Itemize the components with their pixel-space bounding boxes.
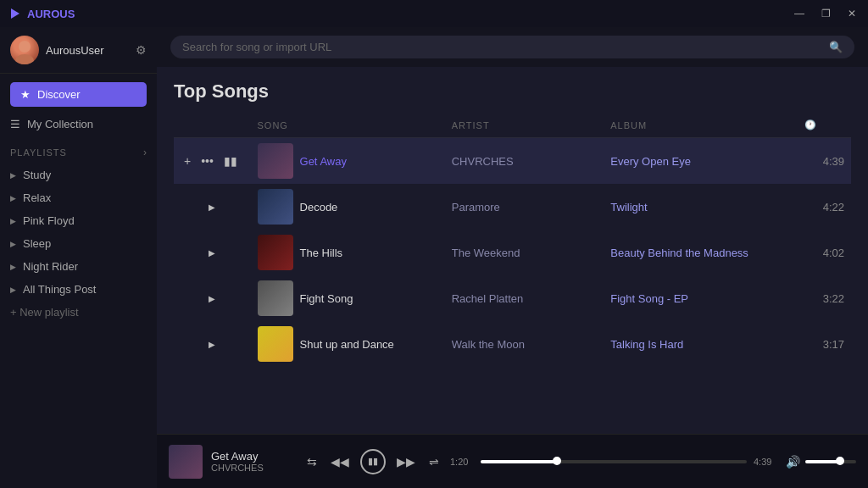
minimize-button[interactable]: — — [791, 6, 808, 21]
app-title: AUROUS — [27, 8, 75, 20]
song-name: Fight Song — [300, 292, 353, 305]
shuffle-button[interactable]: ⇆ — [304, 452, 320, 471]
song-name-cell: The Hills — [251, 230, 445, 275]
playlists-expand-icon[interactable]: › — [143, 147, 147, 158]
song-name-cell: Shut up and Dance — [251, 321, 445, 367]
sidebar: AurousUser ⚙ ★ Discover ☰ My Collection … — [0, 27, 157, 488]
play-icon: ▶ — [10, 263, 16, 271]
now-playing-info: Get Away CHVRCHES — [211, 450, 296, 473]
add-song-button[interactable]: + — [181, 152, 194, 169]
player-controls: ⇆ ◀◀ ▮▮ ▶▶ ⇌ — [304, 449, 442, 474]
now-playing-thumbnail — [169, 445, 203, 479]
username-label: AurousUser — [46, 44, 129, 57]
song-thumbnail — [258, 280, 293, 316]
sidebar-item-sleep[interactable]: ▶ Sleep — [0, 232, 157, 255]
playlist-name: Pink Floyd — [23, 214, 75, 227]
volume-bar[interactable] — [805, 460, 856, 463]
song-time-cell: 4:39 — [798, 138, 851, 185]
progress-bar-fill — [481, 460, 558, 463]
sidebar-item-study[interactable]: ▶ Study — [0, 164, 157, 186]
song-time-cell: 3:22 — [798, 275, 851, 321]
song-name-cell: Decode — [251, 184, 445, 230]
song-artist: Walk the Moon — [452, 338, 525, 351]
song-duration: 4:02 — [823, 247, 844, 259]
song-duration: 4:39 — [823, 155, 844, 168]
song-duration: 4:22 — [823, 201, 844, 214]
song-num-cell: ▶ — [174, 184, 251, 230]
song-album-cell: Fight Song - EP — [604, 275, 798, 321]
song-play-button[interactable]: ▶ — [203, 289, 221, 308]
song-play-button[interactable]: ▶ — [203, 243, 221, 262]
album-link[interactable]: Twilight — [610, 201, 647, 214]
settings-icon[interactable]: ⚙ — [136, 43, 147, 57]
volume-icon[interactable]: 🔊 — [786, 455, 800, 469]
song-play-button[interactable]: ▶ — [203, 197, 221, 216]
prev-button[interactable]: ◀◀ — [328, 452, 352, 471]
search-input[interactable] — [182, 41, 822, 53]
song-time-cell: 4:02 — [798, 230, 851, 275]
search-icon: 🔍 — [829, 41, 843, 53]
song-thumbnail — [258, 235, 293, 270]
my-collection-button[interactable]: ☰ My Collection — [0, 112, 157, 136]
song-time-cell: 3:17 — [798, 321, 851, 367]
playlists-header: PLAYLISTS › — [0, 136, 157, 164]
sidebar-item-all-things-post[interactable]: ▶ All Things Post — [0, 278, 157, 301]
playlists-section-label: PLAYLISTS — [10, 147, 67, 158]
song-name-cell: Get Away — [251, 138, 445, 185]
song-album-cell: Twilight — [604, 184, 798, 230]
progress-bar[interactable] — [481, 460, 747, 463]
volume-bar-fill — [805, 460, 841, 463]
col-header-time: 🕐 — [798, 116, 851, 138]
table-row[interactable]: ▶ Decode Paramore Twilight 4:22 — [174, 184, 851, 230]
sidebar-item-night-rider[interactable]: ▶ Night Rider — [0, 255, 157, 278]
volume-area: 🔊 — [786, 455, 856, 469]
song-album-cell: Talking Is Hard — [604, 321, 798, 367]
next-button[interactable]: ▶▶ — [394, 452, 418, 471]
song-thumbnail — [258, 189, 293, 225]
search-input-wrap[interactable]: 🔍 — [170, 36, 854, 58]
playlist-name: All Things Post — [23, 283, 96, 296]
col-header-artist: ARTIST — [445, 116, 604, 138]
album-link[interactable]: Beauty Behind the Madness — [610, 247, 748, 259]
close-button[interactable]: ✕ — [844, 6, 860, 21]
titlebar: AUROUS — ❐ ✕ — [0, 0, 868, 27]
table-row[interactable]: ▶ The Hills The Weekend Beauty Behind th… — [174, 230, 851, 275]
more-options-button[interactable]: ••• — [198, 152, 217, 169]
new-playlist-button[interactable]: + New playlist — [0, 301, 157, 324]
search-bar: 🔍 — [157, 27, 868, 67]
col-header-song: SONG — [251, 116, 445, 138]
album-link[interactable]: Talking Is Hard — [610, 338, 683, 351]
sidebar-item-pink-floyd[interactable]: ▶ Pink Floyd — [0, 209, 157, 232]
playlist-name: Study — [23, 169, 51, 181]
song-play-button[interactable]: ▶ — [203, 335, 221, 353]
song-artist: The Weekend — [452, 247, 520, 259]
discover-button[interactable]: ★ Discover — [10, 82, 147, 107]
album-link[interactable]: Fight Song - EP — [610, 292, 688, 305]
song-time-cell: 4:22 — [798, 184, 851, 230]
song-album: Beauty Behind the Madness — [610, 247, 748, 259]
restore-button[interactable]: ❐ — [818, 6, 834, 21]
repeat-button[interactable]: ⇌ — [426, 452, 442, 471]
table-row[interactable]: ▶ Fight Song Rachel Platten Fight Song -… — [174, 275, 851, 321]
now-playing-artist: CHVRCHES — [211, 463, 296, 473]
album-link[interactable]: Every Open Eye — [610, 155, 691, 168]
time-total: 4:39 — [754, 457, 777, 467]
song-artist-cell: Paramore — [445, 184, 604, 230]
playlist-name: Night Rider — [23, 260, 78, 273]
play-pause-button[interactable]: ▮▮ — [360, 449, 386, 474]
song-album-cell: Beauty Behind the Madness — [604, 230, 798, 275]
now-playing-title: Get Away — [211, 450, 296, 463]
table-row[interactable]: ▶ Shut up and Dance Walk the Moon Talkin… — [174, 321, 851, 367]
app-logo: AUROUS — [8, 7, 75, 20]
player-bar: Get Away CHVRCHES ⇆ ◀◀ ▮▮ ▶▶ ⇌ 1:20 4:39… — [157, 434, 868, 488]
pause-button[interactable]: ▮▮ — [220, 152, 241, 169]
sidebar-item-relax[interactable]: ▶ Relax — [0, 186, 157, 209]
song-name: Decode — [300, 201, 338, 214]
song-duration: 3:17 — [823, 338, 844, 351]
avatar — [10, 36, 39, 64]
new-playlist-label: + New playlist — [10, 306, 79, 319]
song-name-cell: Fight Song — [251, 275, 445, 321]
user-area: AurousUser ⚙ — [0, 27, 157, 74]
discover-label: Discover — [37, 88, 81, 101]
table-row[interactable]: + ••• ▮▮ Get Away CHVRCHES Every Open Ey… — [174, 138, 851, 185]
